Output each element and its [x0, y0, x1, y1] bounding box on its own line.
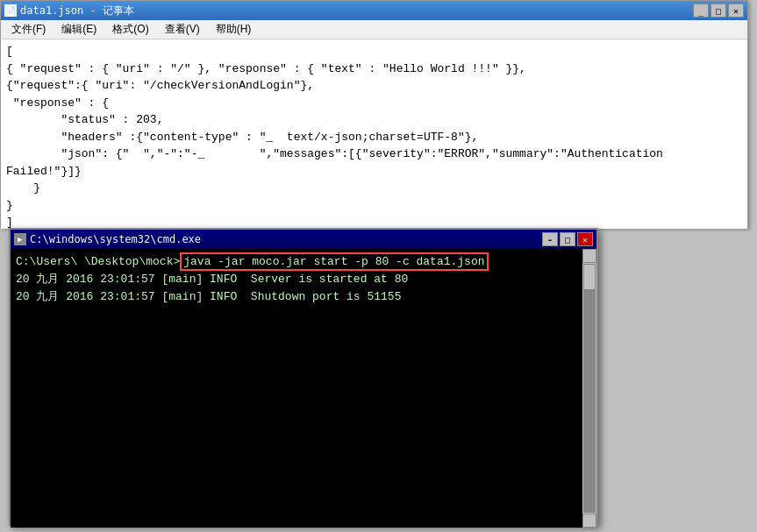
menu-format[interactable]: 格式(O): [105, 20, 155, 39]
notepad-titlebar: 📄 data1.json - 记事本 _ □ ✕: [1, 1, 747, 20]
cmd-titlebar-buttons: - □ ✕: [542, 232, 593, 246]
cmd-prompt: C:\Users\ \Desktop\mock>: [16, 255, 180, 268]
notepad-menubar: 文件(F) 编辑(E) 格式(O) 查看(V) 帮助(H): [1, 20, 747, 39]
cmd-title: C:\windows\system32\cmd.exe: [30, 233, 201, 245]
notepad-titlebar-buttons: _ □ ✕: [693, 4, 744, 18]
cmd-log-line-1: 20 九月 2016 23:01:57 [main] INFO Server i…: [16, 271, 591, 288]
scrollbar-down-arrow[interactable]: ▼: [582, 514, 596, 528]
cmd-close-button[interactable]: ✕: [577, 232, 593, 246]
notepad-minimize-button[interactable]: _: [693, 4, 709, 18]
cmd-icon: ▶: [14, 233, 26, 245]
menu-file[interactable]: 文件(F): [4, 20, 53, 39]
notepad-title: data1.json - 记事本: [20, 4, 134, 18]
cmd-command-highlighted: java -jar moco.jar start -p 80 -c data1.…: [180, 252, 488, 271]
cmd-scrollbar[interactable]: ▲ ▼: [582, 249, 596, 528]
cmd-maximize-button[interactable]: □: [560, 232, 575, 246]
scrollbar-track: [583, 264, 596, 513]
cmd-titlebar-left: ▶ C:\windows\system32\cmd.exe: [14, 233, 201, 245]
scrollbar-up-arrow[interactable]: ▲: [582, 249, 596, 263]
notepad-close-button[interactable]: ✕: [728, 4, 744, 18]
notepad-content[interactable]: [ { "request" : { "uri" : "/" }, "respon…: [1, 39, 747, 229]
cmd-window: ▶ C:\windows\system32\cmd.exe - □ ✕ C:\U…: [9, 228, 598, 526]
cmd-minimize-button[interactable]: -: [542, 232, 558, 246]
notepad-window: 📄 data1.json - 记事本 _ □ ✕ 文件(F) 编辑(E) 格式(…: [0, 0, 748, 228]
menu-view[interactable]: 查看(V): [158, 20, 207, 39]
notepad-icon: 📄: [4, 4, 17, 17]
notepad-titlebar-left: 📄 data1.json - 记事本: [4, 4, 134, 18]
cmd-content: C:\Users\ \Desktop\mock>java -jar moco.j…: [11, 249, 596, 528]
menu-edit[interactable]: 编辑(E): [54, 20, 104, 39]
menu-help[interactable]: 帮助(H): [209, 20, 259, 39]
notepad-maximize-button[interactable]: □: [711, 4, 726, 18]
cmd-command-row: C:\Users\ \Desktop\mock>java -jar moco.j…: [16, 252, 591, 271]
scrollbar-thumb[interactable]: [583, 264, 596, 290]
cmd-titlebar: ▶ C:\windows\system32\cmd.exe - □ ✕: [11, 230, 596, 249]
cmd-log-line-2: 20 九月 2016 23:01:57 [main] INFO Shutdown…: [16, 288, 591, 306]
